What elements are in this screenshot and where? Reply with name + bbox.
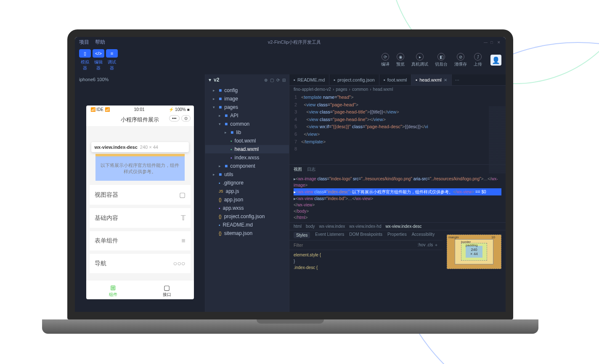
simulator-device[interactable]: iphone6 100% — [75, 74, 205, 84]
dom-node[interactable]: </body> — [294, 208, 501, 214]
maximize-icon[interactable]: □ — [490, 40, 495, 45]
dom-crumb-item[interactable]: wx-view.index-desc — [385, 224, 421, 229]
tree-item[interactable]: ▸■API — [205, 111, 289, 120]
selected-element[interactable]: 以下将展示小程序官方组件能力，组件样式仅供参考。 — [95, 154, 185, 181]
style-tab[interactable]: Properties — [387, 232, 407, 238]
minimap[interactable] — [489, 106, 506, 174]
upload-icon: ⤴ — [474, 53, 482, 61]
menu-item[interactable]: 导航○○○ — [90, 254, 191, 273]
editor-tab[interactable]: ▪head.wxml✕ — [411, 74, 451, 85]
breadcrumb-item[interactable]: head.wxml — [373, 87, 393, 92]
tree-item[interactable]: JSapp.js — [205, 187, 289, 195]
tree-item[interactable]: ▸■lib — [205, 128, 289, 137]
css-selector[interactable]: element.style { — [294, 252, 438, 258]
breadcrumb-item[interactable]: fino-applet-demo-v2 — [294, 87, 331, 92]
api-icon: ▢ — [140, 284, 194, 292]
tree-item[interactable]: ▪head.wxml — [205, 145, 289, 153]
dom-inspector[interactable]: ▸<wx-image class="index-logo" src="../re… — [289, 174, 506, 222]
tabs-more[interactable]: ··· — [452, 74, 463, 85]
editor-tab[interactable]: ▪project.config.json — [329, 74, 379, 85]
close-icon[interactable]: ✕ — [497, 40, 501, 45]
tree-item[interactable]: ▪app.wxss — [205, 204, 289, 212]
tree-item[interactable]: ▸■image — [205, 95, 289, 103]
code-line[interactable]: 8 — [289, 145, 506, 153]
style-tab[interactable]: Accessibility — [412, 232, 435, 238]
collapse-all-icon[interactable]: ⊟ — [282, 78, 286, 82]
new-file-icon[interactable]: ⊕ — [264, 78, 268, 82]
code-line[interactable]: 1<template name="head"> — [289, 94, 506, 101]
tree-item[interactable]: {}sitemap.json — [205, 229, 289, 237]
menu-project[interactable]: 项目 — [79, 39, 89, 46]
code-line[interactable]: 4 <view class="page-head-line"></view> — [289, 116, 506, 124]
project-root[interactable]: v2 — [214, 77, 219, 83]
dom-node[interactable]: ▸<wx-image class="index-logo" src="../re… — [294, 176, 501, 188]
more-icon[interactable]: ••• — [169, 115, 180, 121]
filter-actions[interactable]: :hov .cls ＋ — [418, 242, 438, 248]
style-tab[interactable]: DOM Breakpoints — [349, 232, 382, 238]
tree-item[interactable]: ▪index.wxss — [205, 153, 289, 162]
dom-crumb-item[interactable]: wx-view.index — [319, 224, 345, 229]
tool-upload[interactable]: ⤴上传 — [472, 53, 484, 67]
editor-tab[interactable]: ▪README.md — [289, 74, 329, 85]
close-capsule[interactable]: ⊙ — [181, 115, 191, 121]
styles-filter: :hov .cls ＋ — [289, 240, 443, 250]
tree-item[interactable]: ▸■component — [205, 162, 289, 170]
avatar[interactable]: 👤 — [490, 55, 501, 66]
style-tab[interactable]: Event Listeners — [315, 232, 344, 238]
dom-node[interactable]: ▸<wx-view class="index-bd">…</wx-view> — [294, 195, 501, 202]
file-wxss-icon: ▪ — [219, 206, 220, 211]
dom-node[interactable]: </wx-view> — [294, 202, 501, 208]
tree-item[interactable]: ▪.gitignore — [205, 179, 289, 187]
dom-node[interactable]: </html> — [294, 214, 501, 221]
refresh-icon[interactable]: ⟳ — [276, 78, 280, 82]
dom-crumb-item[interactable]: body — [306, 224, 315, 229]
tool-compile[interactable]: ⟳编译 — [379, 53, 391, 67]
menu-help[interactable]: 帮助 — [95, 39, 105, 46]
phone-content: wx-view.index-desc240 × 44 以下将展示小程序官方组件能… — [86, 126, 194, 280]
dom-crumb-item[interactable]: html — [294, 224, 302, 229]
tab-component[interactable]: ⊞组件 — [86, 280, 140, 299]
code-editor[interactable]: 1<template name="head">2 <view class="pa… — [289, 93, 506, 154]
tree-item[interactable]: ▪foot.wxml — [205, 137, 289, 145]
mode-simulator-button[interactable]: ▯ — [79, 49, 91, 58]
minimize-icon[interactable]: — — [484, 40, 488, 45]
tree-collapse-icon[interactable]: ▾ — [209, 77, 211, 83]
code-line[interactable]: 3 <view class="page-head-title">{{title}… — [289, 108, 506, 116]
mode-debugger-button[interactable]: ≡ — [106, 49, 118, 58]
close-tab-icon[interactable]: ✕ — [444, 78, 447, 82]
devtools-tab-log[interactable]: 日志 — [307, 166, 315, 172]
tree-item[interactable]: ▸■config — [205, 86, 289, 95]
code-line[interactable]: 2 <view class="page-head"> — [289, 101, 506, 109]
dom-node-selected[interactable]: ▸<wx-view class="index-desc">以下将展示小程序官方组… — [294, 188, 501, 195]
code-line[interactable]: 6 </view> — [289, 131, 506, 138]
code-line[interactable]: 5 <view wx:if="{{desc}}" class="page-hea… — [289, 123, 506, 131]
tool-remote[interactable]: ▸真机调试 — [410, 53, 430, 67]
tree-item[interactable]: ▪README.md — [205, 221, 289, 229]
breadcrumb-item[interactable]: pages — [336, 87, 347, 92]
new-folder-icon[interactable]: ▢ — [270, 78, 274, 82]
tool-preview[interactable]: ◉预览 — [395, 53, 406, 67]
breadcrumb-item[interactable]: common — [352, 87, 368, 92]
code-line[interactable]: 7</template> — [289, 138, 506, 146]
menu-item[interactable]: 表单组件≡ — [90, 231, 191, 251]
mode-editor-button[interactable]: </> — [93, 49, 104, 58]
tree-item[interactable]: {}project.config.json — [205, 212, 289, 221]
editor-tab[interactable]: ▪foot.wxml — [379, 74, 411, 85]
css-rules[interactable]: element.style {}.index-desc {</span></di… — [289, 250, 443, 272]
tab-api[interactable]: ▢接口 — [140, 280, 194, 299]
tool-background[interactable]: ◧切后台 — [433, 53, 449, 67]
tree-item[interactable]: ▾■pages — [205, 103, 289, 111]
tree-item[interactable]: ▸■utils — [205, 170, 289, 179]
menubar: 项目 帮助 v2-FinClip小程序开发工具 — □ ✕ — [75, 37, 506, 47]
style-tab[interactable]: Styles — [294, 232, 310, 238]
menu-item[interactable]: 视图容器▢ — [90, 185, 191, 205]
tree-item[interactable]: ▾■common — [205, 120, 289, 128]
filter-input[interactable] — [294, 242, 418, 248]
file-md-icon: ▪ — [219, 223, 220, 227]
menu-item[interactable]: 基础内容𝕋 — [90, 208, 191, 228]
dom-crumb-item[interactable]: wx-view.index-hd — [349, 224, 381, 229]
css-selector[interactable]: .index-desc {</span></div><div data-name… — [294, 264, 438, 271]
tool-clear[interactable]: ⊘清缓存 — [453, 53, 469, 67]
devtools-tab-view[interactable]: 视图 — [294, 166, 302, 172]
tree-item[interactable]: {}app.json — [205, 195, 289, 204]
